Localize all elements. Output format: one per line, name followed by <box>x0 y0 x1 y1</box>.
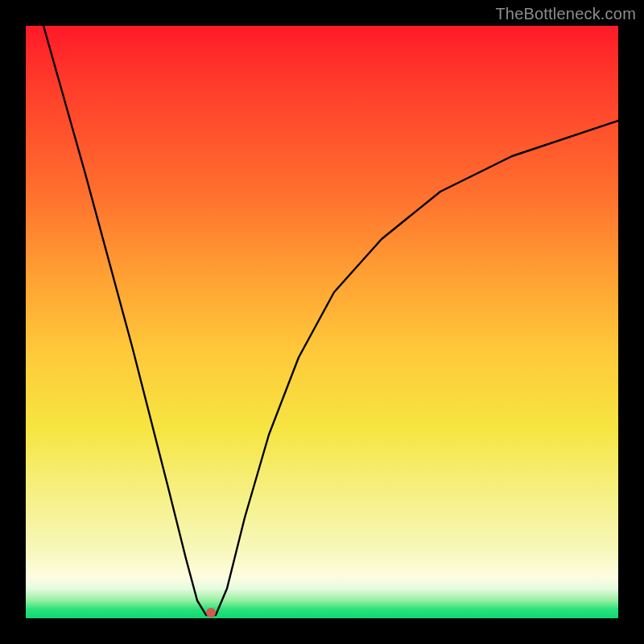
plot-area <box>26 26 618 618</box>
curve-svg <box>26 26 618 618</box>
optimal-point-marker <box>206 608 216 617</box>
bottleneck-curve <box>43 26 618 615</box>
watermark-text: TheBottleneck.com <box>495 5 636 23</box>
chart-frame: TheBottleneck.com <box>0 0 644 644</box>
